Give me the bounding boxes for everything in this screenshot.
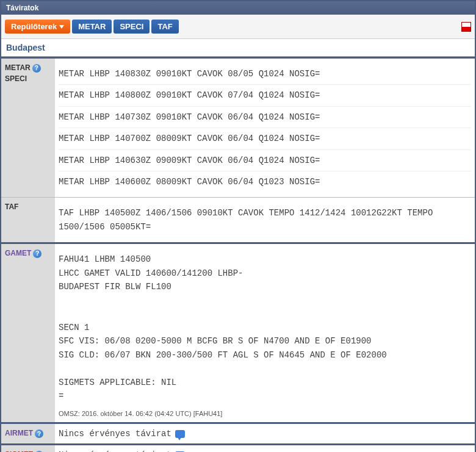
airmet-block: AIRMET ? Nincs érvényes távirat — [1, 422, 475, 443]
tab-label: Repülőterek — [11, 22, 57, 31]
sigmet-block: SIGMET ? Nincs érvényes távirat — [1, 443, 475, 452]
help-icon[interactable]: ? — [33, 249, 41, 258]
taf-text: TAF LHBP 140500Z 1406/1506 09010KT CAVOK… — [59, 203, 471, 237]
tab-speci[interactable]: SPECI — [114, 20, 150, 34]
help-icon[interactable]: ? — [35, 429, 43, 438]
city-header: Budapest — [1, 39, 475, 57]
panel-title: Táviratok — [6, 4, 38, 12]
city-name: Budapest — [6, 43, 45, 52]
metar-line: METAR LHBP 140700Z 08009KT CAVOK 06/04 Q… — [59, 128, 471, 149]
airmet-content: Nincs érvényes távirat — [55, 424, 475, 443]
gamet-text: FAHU41 LHBM 140500 LHCC GAMET VALID 1406… — [59, 249, 471, 406]
no-valid-text: Nincs érvényes távirat — [59, 429, 171, 439]
metar-line: METAR LHBP 140600Z 08009KT CAVOK 06/04 Q… — [59, 171, 471, 192]
comment-icon[interactable] — [175, 430, 185, 438]
tab-label: METAR — [78, 22, 106, 31]
help-icon[interactable]: ? — [32, 64, 41, 73]
metar-speci-label: METAR ? SPECI — [1, 59, 55, 197]
airmet-label: AIRMET ? — [1, 424, 55, 443]
metar-content: METAR LHBP 140830Z 09010KT CAVOK 08/05 Q… — [55, 59, 475, 197]
toolbar: Repülőterek METAR SPECI TAF — [1, 15, 475, 39]
tab-bar: Repülőterek METAR SPECI TAF — [5, 20, 179, 34]
metar-line: METAR LHBP 140800Z 09010KT CAVOK 07/04 Q… — [59, 85, 471, 106]
pdf-export-icon[interactable] — [461, 22, 471, 32]
sigmet-content: Nincs érvényes távirat — [55, 445, 475, 452]
metar-line: METAR LHBP 140730Z 09010KT CAVOK 06/04 Q… — [59, 107, 471, 128]
panel-header: Táviratok — [1, 1, 475, 15]
tab-metar[interactable]: METAR — [72, 20, 112, 34]
label-taf: TAF — [5, 203, 18, 212]
label-gamet: GAMET — [5, 249, 31, 259]
tab-label: TAF — [157, 22, 172, 31]
gamet-meta: OMSZ: 2016. október 14. 06:42 (04:42 UTC… — [59, 406, 471, 417]
tab-airports[interactable]: Repülőterek — [5, 20, 70, 34]
gamet-block: GAMET ? FAHU41 LHBM 140500 LHCC GAMET VA… — [1, 242, 475, 422]
taf-content: TAF LHBP 140500Z 1406/1506 09010KT CAVOK… — [55, 198, 475, 242]
label-metar: METAR — [5, 63, 31, 73]
label-speci: SPECI — [5, 74, 27, 84]
metar-line: METAR LHBP 140830Z 09010KT CAVOK 08/05 Q… — [59, 63, 471, 85]
taf-label: TAF — [1, 198, 55, 242]
telegrams-panel: Táviratok Repülőterek METAR SPECI TAF Bu… — [0, 0, 476, 452]
tab-label: SPECI — [120, 22, 143, 31]
taf-block: TAF TAF LHBP 140500Z 1406/1506 09010KT C… — [1, 197, 475, 242]
sigmet-label: SIGMET ? — [1, 445, 55, 452]
tab-taf[interactable]: TAF — [151, 20, 178, 34]
label-airmet: AIRMET — [5, 429, 33, 439]
metar-line: METAR LHBP 140630Z 09009KT CAVOK 06/04 Q… — [59, 150, 471, 171]
metar-speci-block: METAR ? SPECI METAR LHBP 140830Z 09010KT… — [1, 57, 475, 197]
gamet-label: GAMET ? — [1, 244, 55, 422]
gamet-content: FAHU41 LHBM 140500 LHCC GAMET VALID 1406… — [55, 244, 475, 422]
chevron-down-icon — [59, 25, 64, 29]
